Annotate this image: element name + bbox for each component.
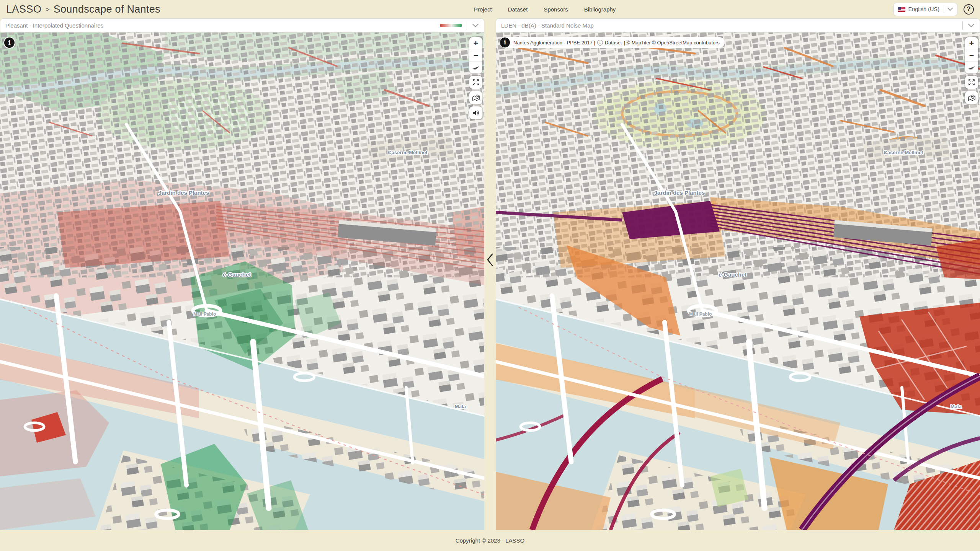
map-label-gauchet: é-Gauchet — [223, 271, 251, 278]
nav-item-sponsors[interactable]: Sponsors — [544, 6, 568, 13]
right-panel: LDEN - dB(A) - Standard Noise Map — [496, 18, 980, 530]
help-button[interactable]: ? — [964, 4, 974, 15]
question-icon: ? — [967, 5, 970, 13]
sound-button[interactable] — [469, 106, 482, 119]
attribution: i Nantes Agglomeration - PPBE 2017 | i D… — [500, 37, 725, 48]
left-map-controls: + − — [469, 37, 482, 119]
zoom-control-group: + − — [965, 37, 978, 73]
us-flag-icon — [898, 7, 905, 12]
selector-divider — [467, 21, 467, 30]
map-label-caserne: Caserne Mellinet — [884, 150, 923, 155]
breadcrumb-separator-icon: > — [46, 5, 50, 14]
map-label-mall: Mall Pablo — [193, 311, 216, 317]
selector-divider — [962, 21, 963, 30]
basemap-button[interactable] — [469, 91, 482, 104]
map-label-mall: Mall Pablo — [689, 311, 712, 317]
footer: Copyright © 2023 - LASSO — [0, 530, 980, 551]
fullscreen-icon — [472, 78, 480, 86]
language-selector[interactable]: English (US) — [893, 3, 957, 16]
zoom-out-button[interactable]: − — [965, 49, 978, 61]
fullscreen-icon — [967, 78, 976, 86]
breadcrumb: LASSO > Soundscape of Nantes — [6, 3, 160, 15]
chevron-down-icon[interactable] — [968, 23, 975, 28]
language-divider — [944, 6, 944, 13]
right-map-controls: + − — [965, 37, 978, 104]
left-map-canvas[interactable]: Jardin des Plantes Caserne Mellinet é-Ga… — [0, 33, 484, 530]
map-label-jardin: Jardin des Plantes — [158, 189, 209, 196]
topbar-right: English (US) ? — [893, 3, 974, 16]
chevron-left-icon — [486, 253, 494, 267]
fullscreen-button[interactable] — [965, 76, 978, 89]
map-label-mala: Mala — [455, 404, 466, 409]
copyright-text: Copyright © 2023 - LASSO — [456, 537, 524, 544]
map-label-mala: Mala — [951, 404, 962, 409]
info-button[interactable]: i — [500, 37, 510, 47]
info-button[interactable]: i — [4, 37, 15, 48]
right-map[interactable]: Jardin des Plantes Caserne Mellinet é-Ga… — [496, 33, 980, 530]
compass-icon — [471, 64, 480, 72]
map-label-jardin: Jardin des Plantes — [654, 189, 705, 196]
dataset-info-icon: i — [597, 40, 603, 46]
right-map-canvas[interactable]: Jardin des Plantes Caserne Mellinet é-Ga… — [496, 33, 980, 530]
map-comparison: Pleasant - Interpolated Questionnaires — [0, 18, 980, 530]
basemap-button[interactable] — [965, 91, 978, 104]
fullscreen-button[interactable] — [469, 76, 482, 89]
info-icon: i — [8, 40, 10, 46]
zoom-in-button[interactable]: + — [469, 37, 482, 49]
zoom-out-button[interactable]: − — [469, 49, 482, 61]
pleasant-legend-gradient — [440, 24, 462, 27]
right-layer-title: LDEN - dB(A) - Standard Noise Map — [501, 22, 957, 29]
panel-divider — [484, 18, 496, 530]
divider-collapse-button[interactable] — [484, 251, 496, 269]
chevron-down-icon — [947, 7, 953, 11]
nav-item-dataset[interactable]: Dataset — [508, 6, 528, 13]
nav-item-bibliography[interactable]: Bibliography — [584, 6, 616, 13]
map-pin-icon — [967, 93, 976, 102]
left-layer-selector[interactable]: Pleasant - Interpolated Questionnaires — [0, 18, 484, 33]
language-label: English (US) — [908, 6, 939, 12]
map-pin-icon — [472, 93, 480, 102]
right-layer-selector[interactable]: LDEN - dB(A) - Standard Noise Map — [496, 18, 980, 33]
left-map[interactable]: Jardin des Plantes Caserne Mellinet é-Ga… — [0, 33, 484, 530]
brand-text[interactable]: LASSO — [6, 3, 42, 15]
compass-icon — [967, 64, 976, 72]
chevron-down-icon[interactable] — [472, 23, 479, 28]
nav-item-project[interactable]: Project — [474, 6, 492, 13]
map-label-gauchet: é-Gauchet — [719, 271, 746, 278]
attribution-text: Nantes Agglomeration - PPBE 2017 | i Dat… — [513, 40, 720, 46]
main-nav: Project Dataset Sponsors Bibliography — [474, 0, 616, 18]
attribution-dataset-link[interactable]: Dataset — [605, 40, 622, 46]
info-icon: i — [504, 40, 506, 46]
left-layer-title: Pleasant - Interpolated Questionnaires — [5, 22, 440, 29]
topbar: LASSO > Soundscape of Nantes Project Dat… — [0, 0, 980, 18]
zoom-in-button[interactable]: + — [965, 37, 978, 49]
map-label-caserne: Caserne Mellinet — [388, 150, 428, 155]
compass-button[interactable] — [469, 61, 482, 73]
attribution-credits: | © MapTiler © OpenStreetMap contributor… — [624, 40, 719, 46]
compass-button[interactable] — [965, 61, 978, 73]
speaker-icon — [472, 109, 480, 117]
zoom-control-group: + − — [469, 37, 482, 73]
left-panel: Pleasant - Interpolated Questionnaires — [0, 18, 484, 530]
attribution-source: Nantes Agglomeration - PPBE 2017 | — [513, 40, 595, 46]
page-title: Soundscape of Nantes — [54, 3, 160, 15]
